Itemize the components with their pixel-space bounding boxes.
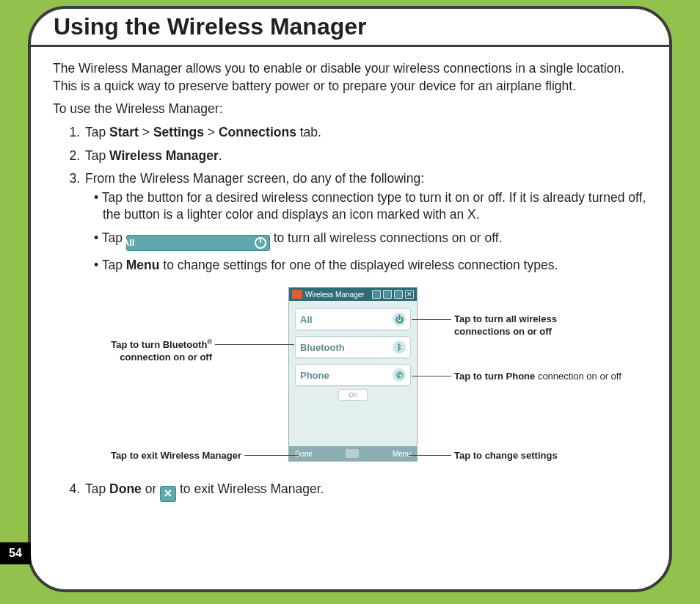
leader-line [412, 319, 451, 320]
leader-line [412, 376, 451, 376]
callout-exit: Tap to exit Wireless Manager [79, 450, 241, 462]
step-3-bullet-3: Tap Menu to change settings for one of t… [94, 257, 647, 274]
callout-phone: Tap to turn Phone connection on or off [454, 371, 621, 382]
softkey-bar: Done Menu [289, 446, 417, 461]
page-frame: Using the Wireless Manager The Wireless … [28, 6, 672, 592]
inline-close-button[interactable]: ✕ [160, 486, 176, 502]
inline-all-label: All [131, 236, 135, 250]
signal-icon [383, 290, 392, 299]
power-icon [255, 237, 266, 249]
step-3-bullet-2: Tap All to turn all wireless connections… [94, 230, 647, 251]
step-3-bullet-1: Tap the button for a desired wireless co… [94, 189, 647, 224]
step-1: Tap Start > Settings > Connections tab. [84, 124, 647, 142]
power-icon: ⏻ [393, 313, 406, 326]
leader-line [409, 455, 451, 456]
phone-canvas: All ⏻ Bluetooth ᛒ Phone ✆ On [289, 301, 417, 446]
title-inner: Using the Wireless Manager [30, 8, 670, 45]
callout-all: Tap to turn all wireless connections on … [454, 313, 557, 338]
all-button[interactable]: All ⏻ [295, 308, 411, 330]
lead-in: To use the Wireless Manager: [53, 101, 647, 118]
step-4: Tap Done or ✕ to exit Wireless Manager. [84, 481, 647, 501]
start-flag-icon [292, 290, 302, 299]
callout-bluetooth: Tap to turn Bluetooth® connection on or … [95, 338, 212, 363]
step-3: From the Wireless Manager screen, do any… [84, 170, 647, 274]
title-bar: Using the Wireless Manager [28, 6, 672, 47]
step-3-bullets: Tap the button for a desired wireless co… [94, 189, 647, 274]
steps-list-cont: Tap Done or ✕ to exit Wireless Manager. [84, 481, 647, 501]
bluetooth-button[interactable]: Bluetooth ᛒ [295, 336, 411, 358]
page-number: 54 [9, 547, 22, 559]
status-icons: ✕ [372, 290, 414, 299]
phone-button-label: Phone [300, 369, 329, 382]
diagram: Wireless Manager ✕ All ⏻ Blue [64, 287, 636, 478]
bluetooth-icon: ᛒ [393, 341, 406, 354]
intro-paragraph: The Wireless Manager allows you to enabl… [53, 60, 647, 95]
leader-line [244, 455, 299, 456]
close-icon[interactable]: ✕ [405, 290, 414, 299]
callout-settings: Tap to change settings [454, 450, 558, 462]
steps-list: Tap Start > Settings > Connections tab. … [84, 124, 647, 274]
all-button-label: All [300, 313, 313, 327]
step-2: Tap Wireless Manager. [84, 148, 647, 165]
volume-icon [394, 290, 403, 299]
phone-mock: Wireless Manager ✕ All ⏻ Blue [288, 287, 418, 462]
bluetooth-button-label: Bluetooth [300, 341, 345, 354]
status-icon [372, 290, 381, 299]
softkey-menu[interactable]: Menu [393, 449, 411, 459]
softkey-done[interactable]: Done [295, 449, 313, 459]
body-text: The Wireless Manager allows you to enabl… [53, 60, 647, 502]
page-number-tab: 54 [0, 542, 31, 564]
phone-button[interactable]: Phone ✆ [295, 364, 411, 386]
page-title: Using the Wireless Manager [54, 13, 367, 40]
on-chip: On [338, 389, 368, 401]
leader-line [215, 344, 294, 345]
phone-title: Wireless Manager [305, 290, 365, 300]
inline-all-button[interactable]: All [126, 235, 270, 251]
phone-icon: ✆ [393, 368, 406, 382]
keyboard-icon[interactable] [346, 449, 359, 458]
phone-status-bar: Wireless Manager ✕ [289, 288, 417, 301]
